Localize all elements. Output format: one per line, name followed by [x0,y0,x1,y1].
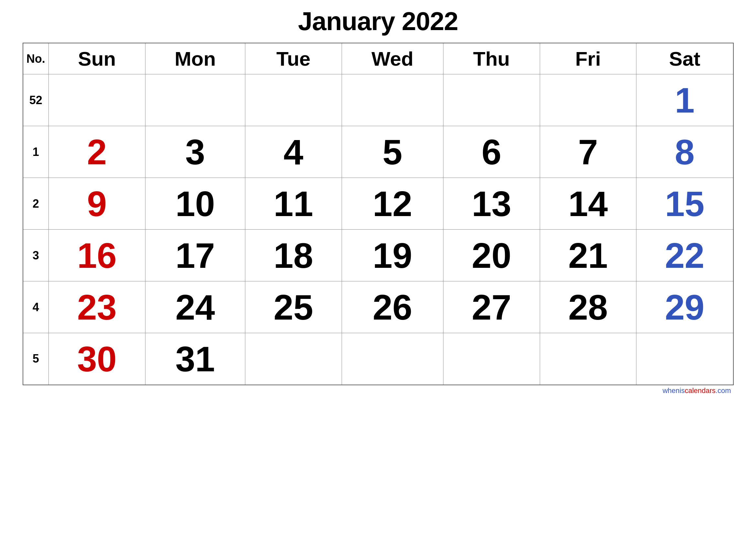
day-cell-w4-d1[interactable]: 24 [145,281,245,333]
header-thu: Thu [443,43,540,74]
day-cell-w0-d4[interactable] [443,74,540,126]
day-cell-w4-d3[interactable]: 26 [342,281,443,333]
week-row-5: 53031 [23,333,733,385]
calendar-title: January 2022 [298,7,458,36]
day-cell-w1-d0[interactable]: 2 [49,126,146,178]
day-cell-w4-d6[interactable]: 29 [636,281,733,333]
week-row-3: 316171819202122 [23,230,733,281]
header-fri: Fri [540,43,636,74]
week-number-5: 5 [23,333,49,385]
day-cell-w2-d2[interactable]: 11 [245,178,342,230]
calendar-wrapper: No. Sun Mon Tue Wed Thu Fri Sat 52112345… [23,43,734,396]
day-cell-w1-d6[interactable]: 8 [636,126,733,178]
week-row-1: 12345678 [23,126,733,178]
header-row: No. Sun Mon Tue Wed Thu Fri Sat [23,43,733,74]
week-number-4: 4 [23,281,49,333]
day-cell-w2-d3[interactable]: 12 [342,178,443,230]
day-cell-w4-d0[interactable]: 23 [49,281,146,333]
header-sun: Sun [49,43,146,74]
day-cell-w4-d5[interactable]: 28 [540,281,636,333]
day-cell-w5-d1[interactable]: 31 [145,333,245,385]
day-cell-w3-d2[interactable]: 18 [245,230,342,281]
day-cell-w5-d4[interactable] [443,333,540,385]
day-cell-w2-d1[interactable]: 10 [145,178,245,230]
day-cell-w5-d5[interactable] [540,333,636,385]
week-row-0: 521 [23,74,733,126]
calendar-table: No. Sun Mon Tue Wed Thu Fri Sat 52112345… [23,43,734,385]
watermark-suffix: .com [716,386,731,395]
day-cell-w0-d2[interactable] [245,74,342,126]
week-number-0: 52 [23,74,49,126]
header-wed: Wed [342,43,443,74]
day-cell-w5-d0[interactable]: 30 [49,333,146,385]
header-no: No. [23,43,49,74]
day-cell-w3-d3[interactable]: 19 [342,230,443,281]
day-cell-w0-d5[interactable] [540,74,636,126]
header-mon: Mon [145,43,245,74]
day-cell-w3-d0[interactable]: 16 [49,230,146,281]
header-sat: Sat [636,43,733,74]
day-cell-w3-d5[interactable]: 21 [540,230,636,281]
day-cell-w2-d6[interactable]: 15 [636,178,733,230]
week-number-1: 1 [23,126,49,178]
day-cell-w2-d0[interactable]: 9 [49,178,146,230]
day-cell-w2-d4[interactable]: 13 [443,178,540,230]
week-row-2: 29101112131415 [23,178,733,230]
day-cell-w1-d4[interactable]: 6 [443,126,540,178]
day-cell-w3-d6[interactable]: 22 [636,230,733,281]
day-cell-w4-d2[interactable]: 25 [245,281,342,333]
day-cell-w2-d5[interactable]: 14 [540,178,636,230]
day-cell-w0-d6[interactable]: 1 [636,74,733,126]
week-number-2: 2 [23,178,49,230]
day-cell-w1-d2[interactable]: 4 [245,126,342,178]
day-cell-w5-d3[interactable] [342,333,443,385]
day-cell-w0-d1[interactable] [145,74,245,126]
week-row-4: 423242526272829 [23,281,733,333]
week-number-3: 3 [23,230,49,281]
day-cell-w3-d1[interactable]: 17 [145,230,245,281]
day-cell-w5-d2[interactable] [245,333,342,385]
day-cell-w4-d4[interactable]: 27 [443,281,540,333]
day-cell-w1-d5[interactable]: 7 [540,126,636,178]
watermark-highlight: calendars [685,386,715,395]
day-cell-w5-d6[interactable] [636,333,733,385]
day-cell-w1-d1[interactable]: 3 [145,126,245,178]
watermark-prefix: whenis [662,386,685,395]
day-cell-w3-d4[interactable]: 20 [443,230,540,281]
header-tue: Tue [245,43,342,74]
day-cell-w1-d3[interactable]: 5 [342,126,443,178]
day-cell-w0-d3[interactable] [342,74,443,126]
watermark: wheniscalendars.com [23,385,734,396]
day-cell-w0-d0[interactable] [49,74,146,126]
